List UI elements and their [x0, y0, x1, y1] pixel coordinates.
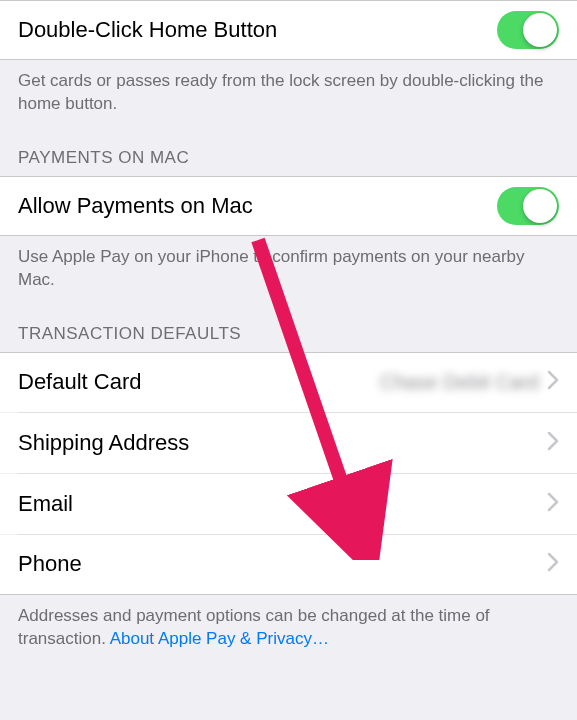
- payments-on-mac-header: PAYMENTS ON MAC: [0, 126, 577, 176]
- chevron-right-icon: [547, 431, 559, 455]
- allow-payments-on-mac-switch[interactable]: [497, 187, 559, 225]
- switch-knob-icon: [523, 13, 557, 47]
- switch-knob-icon: [523, 189, 557, 223]
- shipping-address-row[interactable]: Shipping Address: [0, 413, 577, 473]
- email-row[interactable]: Email: [0, 474, 577, 534]
- double-click-home-button-label: Double-Click Home Button: [18, 17, 497, 43]
- chevron-right-icon: [547, 552, 559, 576]
- phone-row[interactable]: Phone: [0, 535, 577, 595]
- transaction-defaults-header: TRANSACTION DEFAULTS: [0, 302, 577, 352]
- double-click-home-button-row: Double-Click Home Button: [0, 0, 577, 60]
- transaction-defaults-footer: Addresses and payment options can be cha…: [0, 595, 577, 661]
- allow-payments-on-mac-row: Allow Payments on Mac: [0, 176, 577, 236]
- double-click-home-button-footer: Get cards or passes ready from the lock …: [0, 60, 577, 126]
- default-card-row[interactable]: Default Card Chase Debit Card: [0, 352, 577, 412]
- allow-payments-on-mac-label: Allow Payments on Mac: [18, 193, 497, 219]
- about-apple-pay-privacy-link[interactable]: About Apple Pay & Privacy…: [110, 629, 329, 648]
- default-card-value: Chase Debit Card: [380, 371, 539, 394]
- phone-label: Phone: [18, 551, 547, 577]
- shipping-address-label: Shipping Address: [18, 430, 547, 456]
- double-click-home-button-switch[interactable]: [497, 11, 559, 49]
- chevron-right-icon: [547, 370, 559, 394]
- default-card-label: Default Card: [18, 369, 380, 395]
- allow-payments-on-mac-footer: Use Apple Pay on your iPhone to confirm …: [0, 236, 577, 302]
- email-label: Email: [18, 491, 547, 517]
- chevron-right-icon: [547, 492, 559, 516]
